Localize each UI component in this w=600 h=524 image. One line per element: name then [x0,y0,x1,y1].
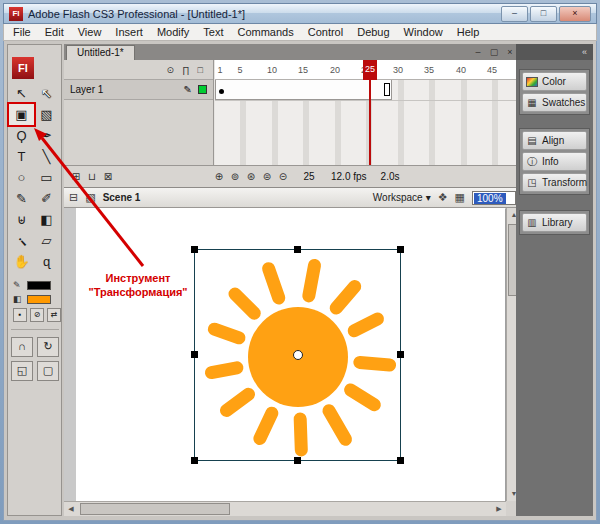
oval-tool[interactable]: ○ [9,167,34,188]
playhead-marker[interactable]: 25 [363,60,377,80]
transform-handle-bottom-right[interactable] [397,457,404,464]
panel-button-transform[interactable]: ◳ Transform [522,173,587,192]
zoom-value: 100% [474,193,506,204]
layer-frame-span[interactable] [215,80,392,100]
black-and-white-button[interactable]: ▪ [13,308,27,322]
subselection-tool[interactable]: ↖ [34,83,59,104]
frames-area[interactable]: 1 5 10 15 20 25 30 35 40 45 [215,60,521,165]
edit-scene-icon[interactable]: ▦ [455,191,465,204]
document-tab[interactable]: Untitled-1* [66,45,135,60]
horizontal-scrollbar[interactable]: ◀ ▶ [64,501,506,516]
transform-selection-box[interactable] [194,249,401,461]
menu-bar: File Edit View Insert Modify Text Comman… [3,24,597,41]
menu-insert[interactable]: Insert [108,25,150,39]
center-frame-button[interactable]: ⊕ [211,171,227,182]
scale-option[interactable]: ◱ [11,361,33,381]
panel-button-info[interactable]: ⓘ Info [522,152,587,171]
gradient-transform-tool[interactable]: ▧ [34,104,59,125]
eraser-tool[interactable]: ▱ [34,230,59,251]
panel-button-color[interactable]: Color [522,72,587,91]
panel-button-swatches[interactable]: ▦ Swatches [522,93,587,112]
edit-multiple-frames-button[interactable]: ⊜ [259,171,275,182]
onion-skin-outlines-button[interactable]: ⊛ [243,171,259,182]
menu-text[interactable]: Text [196,25,230,39]
hand-tool[interactable]: ✋ [9,251,34,272]
stage-canvas[interactable] [76,208,505,501]
menu-commands[interactable]: Commands [230,25,300,39]
menu-help[interactable]: Help [450,25,487,39]
menu-edit[interactable]: Edit [38,25,71,39]
panel-button-library[interactable]: ▥ Library [522,213,587,232]
horizontal-scroll-thumb[interactable] [80,503,230,515]
layer-name[interactable]: Layer 1 [70,84,178,95]
swap-colors-button[interactable]: ⇄ [47,308,61,322]
layer-row[interactable]: Layer 1 ✎ [64,80,213,100]
back-icon[interactable]: ⊟ [69,191,78,204]
workspace-dropdown[interactable]: Workspace ▾ [373,192,431,203]
maximize-button[interactable]: □ [530,6,557,22]
menu-window[interactable]: Window [397,25,450,39]
edit-symbols-icon[interactable]: ❖ [438,191,448,204]
free-transform-tool[interactable]: ▣ [9,104,34,125]
no-color-button[interactable]: ⊘ [30,308,44,322]
document-restore-button[interactable]: ▢ [488,47,500,57]
document-area: Untitled-1* – ▢ × ⊙ ∏ □ Layer 1 [64,44,521,516]
modify-onion-markers-button[interactable]: ⊝ [275,171,291,182]
collapse-dock-icon[interactable]: « [582,47,587,57]
close-button[interactable]: × [559,6,591,22]
transform-handle-bottom-left[interactable] [191,457,198,464]
rectangle-tool[interactable]: ▭ [34,167,59,188]
info-panel-icon: ⓘ [526,155,538,169]
menu-debug[interactable]: Debug [350,25,396,39]
transform-handle-top-middle[interactable] [294,246,301,253]
envelope-option[interactable]: ▢ [37,361,59,381]
outline-layers-icon[interactable]: □ [198,65,203,75]
subselection-tool-icon: ↖ [41,86,52,101]
zoom-input[interactable]: 100% [472,191,516,205]
minimize-button[interactable]: – [501,6,528,22]
transform-handle-bottom-middle[interactable] [294,457,301,464]
scroll-left-arrow[interactable]: ◀ [64,502,78,516]
menu-view[interactable]: View [71,25,109,39]
document-minimize-button[interactable]: – [472,47,484,57]
ink-bottle-tool[interactable]: ⊎ [9,209,34,230]
pencil-tool[interactable]: ✎ [9,188,34,209]
color-panel-icon [526,77,538,87]
fill-color-swatch[interactable] [27,295,51,304]
pen-tool[interactable]: ✒ [34,125,59,146]
paint-bucket-tool[interactable]: ◧ [34,209,59,230]
lasso-tool[interactable]: Ϙ [9,125,34,146]
document-close-button[interactable]: × [504,47,516,57]
panel-dock: « Color ▦ Swatches ▤ Align ⓘ [516,44,593,516]
menu-file[interactable]: File [6,25,38,39]
stroke-color-swatch[interactable] [27,281,51,290]
transform-center-point[interactable] [293,350,303,360]
zoom-tool[interactable]: ɋ [34,251,59,272]
line-tool[interactable]: ╲ [34,146,59,167]
scroll-right-arrow[interactable]: ▶ [492,502,506,516]
layer-outline-color-swatch[interactable] [198,85,207,94]
menu-control[interactable]: Control [301,25,350,39]
transform-handle-middle-left[interactable] [191,351,198,358]
title-bar[interactable]: Fl Adobe Flash CS3 Professional - [Untit… [3,3,597,24]
eyedropper-tool[interactable]: ¡ [9,230,34,251]
snap-to-objects-option[interactable]: ∩ [11,337,33,357]
stage-pasteboard[interactable]: ▲ ▼ ◀ ▶ [64,208,521,516]
frame-rate-value[interactable]: 12.0 fps [331,171,367,182]
onion-skin-button[interactable]: ⊚ [227,171,243,182]
show-hide-layers-icon[interactable]: ⊙ [167,65,175,75]
lock-layers-icon[interactable]: ∏ [182,65,189,75]
menu-modify[interactable]: Modify [150,25,196,39]
rotate-skew-option[interactable]: ↻ [37,337,59,357]
delete-layer-button[interactable]: ⊠ [100,171,116,182]
transform-handle-top-right[interactable] [397,246,404,253]
insert-layer-button[interactable]: ⊞ [68,171,84,182]
selection-tool[interactable]: ↖ [9,83,34,104]
transform-handle-top-left[interactable] [191,246,198,253]
brush-tool[interactable]: ✐ [34,188,59,209]
scene-name[interactable]: Scene 1 [103,192,141,203]
panel-button-align[interactable]: ▤ Align [522,131,587,150]
text-tool[interactable]: T [9,146,34,167]
insert-folder-button[interactable]: ⊔ [84,171,100,182]
transform-handle-middle-right[interactable] [397,351,404,358]
